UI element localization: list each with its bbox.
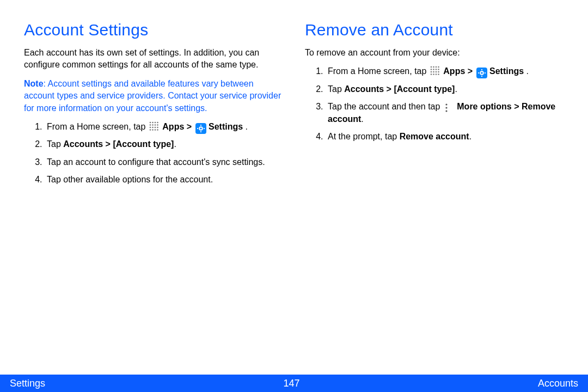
right-step-1: From a Home screen, tap Apps > bbox=[326, 65, 564, 77]
svg-point-26 bbox=[433, 69, 434, 71]
right-step-3: Tap the account and then tap More option… bbox=[326, 101, 564, 125]
step-text-post: . bbox=[526, 66, 529, 76]
settings-label: Settings bbox=[489, 66, 526, 76]
left-step-2: Tap Accounts > [Account type]. bbox=[45, 138, 283, 150]
svg-point-30 bbox=[433, 71, 434, 73]
step-bold: Accounts > [Account type] bbox=[344, 84, 455, 94]
svg-point-1 bbox=[152, 122, 154, 124]
svg-point-32 bbox=[438, 71, 439, 73]
svg-point-28 bbox=[438, 69, 439, 71]
svg-rect-19 bbox=[197, 128, 198, 129]
svg-point-11 bbox=[157, 127, 158, 128]
svg-point-22 bbox=[433, 66, 434, 68]
apps-grid-icon bbox=[430, 66, 440, 76]
intro-paragraph-right: To remove an account from your device: bbox=[305, 47, 564, 59]
step-text: At the prompt, tap bbox=[328, 132, 400, 141]
note-paragraph: Note: Account settings and available fea… bbox=[24, 78, 283, 114]
note-body: : Account settings and available feature… bbox=[24, 79, 281, 113]
heading-account-settings: Account Settings bbox=[24, 21, 283, 39]
svg-point-8 bbox=[150, 127, 151, 128]
footer-bar: Settings 147 Accounts bbox=[0, 375, 588, 392]
svg-point-9 bbox=[152, 127, 154, 128]
svg-point-23 bbox=[436, 66, 437, 68]
apps-grid-icon bbox=[149, 121, 159, 131]
footer-right: Accounts bbox=[538, 378, 578, 389]
svg-point-0 bbox=[150, 122, 151, 124]
step-text: Tap bbox=[328, 84, 344, 94]
svg-point-35 bbox=[436, 74, 437, 76]
settings-label: Settings bbox=[209, 122, 246, 131]
more-options-icon bbox=[444, 102, 454, 112]
apps-label: Apps > bbox=[443, 66, 475, 76]
settings-gear-icon bbox=[195, 122, 205, 132]
svg-point-27 bbox=[436, 69, 437, 71]
step-text: From a Home screen, tap bbox=[47, 122, 148, 131]
svg-rect-41 bbox=[485, 72, 486, 74]
svg-point-6 bbox=[155, 124, 156, 126]
svg-point-2 bbox=[155, 122, 156, 124]
right-step-4: At the prompt, tap Remove account. bbox=[326, 131, 564, 143]
svg-point-31 bbox=[436, 71, 437, 73]
svg-point-14 bbox=[155, 129, 156, 131]
svg-point-13 bbox=[152, 129, 154, 131]
svg-point-4 bbox=[150, 124, 151, 126]
right-column: Remove an Account To remove an account f… bbox=[305, 17, 564, 392]
svg-point-21 bbox=[431, 66, 432, 68]
heading-remove-account: Remove an Account bbox=[305, 21, 564, 39]
svg-point-25 bbox=[431, 69, 432, 71]
svg-point-43 bbox=[445, 107, 447, 109]
steps-list-left: From a Home screen, tap Apps > bbox=[24, 121, 283, 186]
left-step-4: Tap other available options for the acco… bbox=[45, 174, 283, 186]
step-text-post: . bbox=[469, 132, 471, 141]
svg-point-5 bbox=[152, 124, 154, 126]
svg-point-42 bbox=[445, 104, 447, 106]
svg-rect-17 bbox=[200, 125, 201, 126]
step-text-post: . bbox=[455, 84, 457, 94]
step-text: Tap bbox=[47, 139, 63, 149]
steps-list-right: From a Home screen, tap Apps > bbox=[305, 65, 564, 143]
svg-point-10 bbox=[155, 127, 156, 128]
step-text: Tap the account and then tap bbox=[328, 102, 443, 111]
svg-point-36 bbox=[438, 74, 439, 76]
svg-rect-38 bbox=[481, 69, 482, 70]
apps-label: Apps > bbox=[162, 122, 194, 131]
right-step-2: Tap Accounts > [Account type]. bbox=[326, 83, 564, 95]
footer-page-number: 147 bbox=[283, 378, 299, 389]
left-step-3: Tap an account to configure that account… bbox=[45, 156, 283, 168]
svg-point-24 bbox=[438, 66, 439, 68]
svg-point-3 bbox=[157, 122, 158, 124]
svg-point-15 bbox=[157, 129, 158, 131]
step-text-post: . bbox=[174, 139, 176, 149]
step-text-post: . bbox=[361, 114, 363, 124]
svg-point-29 bbox=[431, 71, 432, 73]
document-page: Account Settings Each account has its ow… bbox=[0, 0, 588, 392]
svg-rect-18 bbox=[200, 131, 201, 132]
left-column: Account Settings Each account has its ow… bbox=[24, 17, 283, 392]
footer-left: Settings bbox=[10, 378, 45, 389]
svg-point-12 bbox=[150, 129, 151, 131]
svg-point-33 bbox=[431, 74, 432, 76]
svg-point-44 bbox=[445, 111, 447, 112]
intro-paragraph-left: Each account has its own set of settings… bbox=[24, 47, 283, 71]
step-bold: Accounts > [Account type] bbox=[63, 139, 174, 149]
settings-gear-icon bbox=[476, 67, 486, 77]
svg-point-7 bbox=[157, 124, 158, 126]
note-label: Note bbox=[24, 79, 44, 88]
step-text: From a Home screen, tap bbox=[328, 66, 429, 76]
left-step-1: From a Home screen, tap Apps > bbox=[45, 121, 283, 133]
step-bold: Remove account bbox=[400, 132, 469, 141]
svg-rect-39 bbox=[481, 76, 482, 77]
svg-rect-40 bbox=[478, 72, 479, 74]
svg-rect-20 bbox=[204, 128, 205, 129]
svg-point-34 bbox=[433, 74, 434, 76]
step-text-post: . bbox=[246, 122, 248, 131]
